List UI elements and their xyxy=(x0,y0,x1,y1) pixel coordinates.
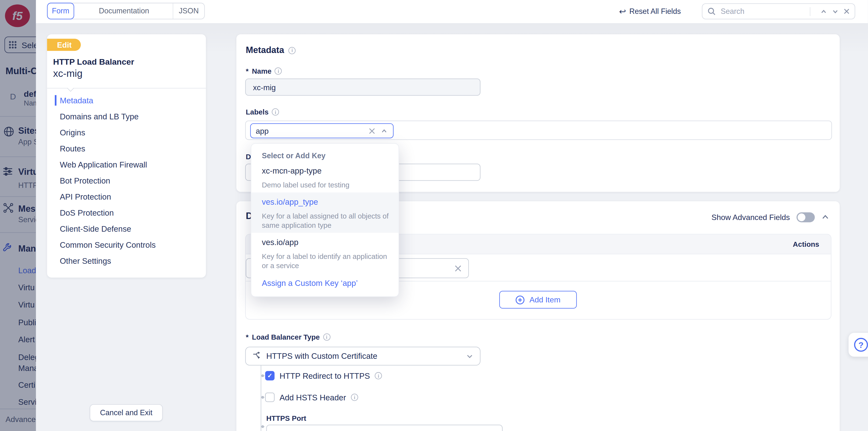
lb-type-label: Load Balancer Type xyxy=(252,333,320,341)
label-key-value: app xyxy=(256,126,363,135)
question-mark-icon: ? xyxy=(854,338,868,352)
hsts-header-checkbox[interactable] xyxy=(265,393,275,402)
labels-field-label: Labels xyxy=(246,108,269,116)
editor-topbar: Form Documentation JSON ↩ Reset All Fiel… xyxy=(36,0,868,23)
cancel-and-exit-button[interactable]: Cancel and Exit xyxy=(90,404,163,422)
add-item-label: Add Item xyxy=(529,295,560,304)
dropdown-option-description: Demo label used for testing xyxy=(262,180,393,190)
show-advanced-toggle[interactable] xyxy=(797,212,815,222)
assign-custom-key-link[interactable]: Assign a Custom Key ‘app’ xyxy=(262,278,358,287)
edit-mode-badge: Edit xyxy=(47,39,81,51)
info-icon[interactable]: i xyxy=(351,394,358,401)
dropdown-header: Select or Add Key xyxy=(262,152,326,160)
reset-label: Reset All Fields xyxy=(629,7,681,15)
http-redirect-checkbox[interactable]: ✓ xyxy=(265,371,275,380)
lb-type-select[interactable]: HTTPS with Custom Certificate xyxy=(245,346,480,365)
dropdown-option-ves-io-app-type[interactable]: ves.io/app_type xyxy=(262,197,318,206)
nav-item-routes[interactable]: Routes xyxy=(47,140,206,157)
editor-content: Edit HTTP Load Balancer xc-mig Metadata … xyxy=(36,23,868,431)
nav-item-bot-protection[interactable]: Bot Protection xyxy=(47,173,206,189)
global-sidebar: f5 Sele Multi-C D def Nam Sites App S xyxy=(0,0,36,431)
search-icon xyxy=(707,7,716,15)
tree-dot xyxy=(261,374,264,377)
reset-all-fields-button[interactable]: ↩ Reset All Fields xyxy=(619,7,681,15)
info-icon[interactable]: i xyxy=(289,47,296,54)
metadata-section-title: Metadata xyxy=(246,45,284,56)
info-icon[interactable]: i xyxy=(272,108,279,116)
chevron-up-icon[interactable] xyxy=(381,127,388,134)
hsts-header-label: Add HSTS Header xyxy=(280,393,346,402)
required-marker: * xyxy=(246,333,249,341)
divider xyxy=(810,7,810,15)
form-nav-card: Edit HTTP Load Balancer xc-mig Metadata … xyxy=(47,34,206,277)
info-icon[interactable]: i xyxy=(323,334,331,341)
plus-circle-icon xyxy=(516,295,525,305)
label-key-editor[interactable]: app xyxy=(250,123,394,138)
lb-type-value: HTTPS with Custom Certificate xyxy=(266,352,462,361)
info-icon[interactable]: i xyxy=(375,372,382,379)
add-item-button[interactable]: Add Item xyxy=(499,291,577,308)
tab-documentation[interactable]: Documentation xyxy=(74,3,174,19)
name-field-label: Name xyxy=(252,67,272,75)
https-port-label: HTTPS Port xyxy=(266,414,306,423)
clear-icon[interactable] xyxy=(455,264,462,272)
actions-column-header: Actions xyxy=(793,240,819,248)
collapse-notch-icon xyxy=(67,85,74,92)
chevron-down-icon[interactable] xyxy=(832,8,839,14)
nav-item-api-protection[interactable]: API Protection xyxy=(47,189,206,205)
https-port-input[interactable] xyxy=(266,425,502,431)
dropdown-option-xc-mcn-app-type[interactable]: xc-mcn-app-type xyxy=(262,167,322,175)
label-key-dropdown: Select or Add Key xc-mcn-app-type Demo l… xyxy=(251,143,399,297)
chevron-down-icon xyxy=(466,353,473,360)
collapse-section-icon[interactable] xyxy=(822,213,829,221)
search-input[interactable] xyxy=(719,6,808,16)
dropdown-option-description: Key for a label to identify an applicati… xyxy=(262,252,393,270)
nav-item-common-security[interactable]: Common Security Controls xyxy=(47,237,206,253)
app-root: f5 Sele Multi-C D def Nam Sites App S xyxy=(0,0,868,431)
nav-item-client-side-defense[interactable]: Client-Side Defense xyxy=(47,221,206,237)
modal-dim-overlay xyxy=(0,0,36,431)
name-input[interactable]: xc-mig xyxy=(245,78,480,96)
reset-icon: ↩ xyxy=(619,7,626,15)
form-section-nav: Metadata Domains and LB Type Origins Rou… xyxy=(47,92,206,269)
tree-dot xyxy=(261,425,264,428)
http-redirect-label: HTTP Redirect to HTTPS xyxy=(280,371,370,380)
tab-form[interactable]: Form xyxy=(47,2,74,19)
name-input-value: xc-mig xyxy=(253,82,276,91)
branch-arrows-icon xyxy=(252,352,262,361)
required-marker: * xyxy=(246,67,249,75)
nav-item-other-settings[interactable]: Other Settings xyxy=(47,253,206,269)
checkmark-icon: ✓ xyxy=(267,373,272,379)
view-tab-group: Form Documentation JSON xyxy=(47,2,205,19)
info-icon[interactable]: i xyxy=(275,68,282,75)
dropdown-option-description: Key for a label assigned to all objects … xyxy=(262,211,393,230)
object-type-title: HTTP Load Balancer xyxy=(53,57,134,66)
chevron-up-icon[interactable] xyxy=(820,8,827,14)
toggle-knob xyxy=(798,213,805,221)
nav-item-domains[interactable]: Domains and LB Type xyxy=(47,108,206,125)
search-box xyxy=(702,3,855,20)
dropdown-option-ves-io-app[interactable]: ves.io/app xyxy=(262,238,298,246)
tree-dot xyxy=(261,396,264,399)
close-icon[interactable] xyxy=(844,8,850,14)
description-field-label: D xyxy=(246,153,251,161)
help-button[interactable]: ? xyxy=(848,333,868,357)
nav-item-metadata[interactable]: Metadata xyxy=(47,92,206,108)
object-name: xc-mig xyxy=(53,68,83,80)
labels-multiselect[interactable]: app xyxy=(245,121,832,140)
tab-json[interactable]: JSON xyxy=(173,3,205,19)
clear-icon[interactable] xyxy=(369,127,375,134)
show-advanced-label: Show Advanced Fields xyxy=(712,213,790,222)
nav-item-dos-protection[interactable]: DoS Protection xyxy=(47,205,206,221)
nav-item-waf[interactable]: Web Application Firewall xyxy=(47,157,206,173)
nav-item-origins[interactable]: Origins xyxy=(47,125,206,140)
